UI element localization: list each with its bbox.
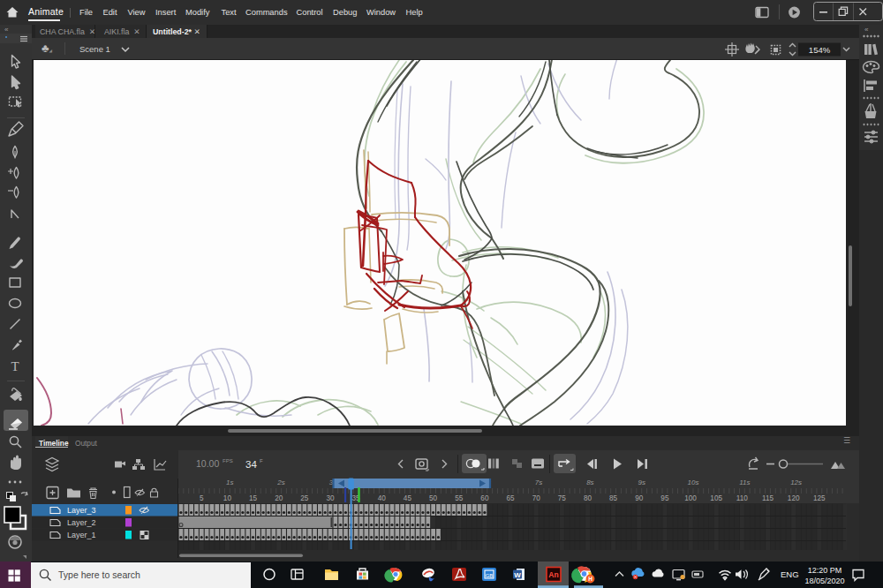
svg-text:10.00: 10.00: [196, 458, 219, 469]
svg-text:50: 50: [429, 494, 438, 502]
svg-text:40: 40: [378, 494, 387, 502]
svg-text:5: 5: [200, 494, 204, 502]
svg-text:12s: 12s: [790, 479, 802, 486]
svg-text:GB: GB: [486, 573, 494, 578]
svg-text:55: 55: [455, 494, 464, 502]
svg-text:120: 120: [788, 494, 800, 502]
svg-text:ENG: ENG: [781, 569, 799, 579]
svg-text:125: 125: [813, 494, 826, 502]
svg-text:115: 115: [762, 494, 774, 502]
svg-text:10s: 10s: [688, 479, 699, 486]
svg-text:65: 65: [506, 494, 515, 502]
svg-text:H: H: [588, 576, 592, 582]
svg-text:1s: 1s: [226, 479, 233, 486]
svg-text:W: W: [514, 571, 521, 579]
svg-text:Layer_3: Layer_3: [67, 506, 96, 515]
svg-text:F: F: [260, 458, 263, 464]
svg-text:Type here to search: Type here to search: [58, 569, 140, 580]
svg-text:100: 100: [684, 494, 697, 502]
svg-text:15: 15: [249, 494, 258, 502]
svg-text:75: 75: [558, 494, 567, 502]
svg-text:18/05/2020: 18/05/2020: [804, 577, 844, 585]
svg-text:105: 105: [710, 494, 722, 502]
svg-text:30: 30: [326, 494, 335, 502]
svg-text:7s: 7s: [535, 479, 542, 486]
svg-text:Layer_2: Layer_2: [67, 518, 96, 527]
svg-text:25: 25: [300, 494, 309, 502]
svg-text:10: 10: [223, 494, 232, 502]
svg-text:110: 110: [736, 494, 748, 502]
svg-text:8s: 8s: [586, 479, 593, 486]
svg-text:2s: 2s: [276, 479, 284, 486]
svg-text:45: 45: [404, 494, 412, 502]
svg-text:95: 95: [660, 494, 669, 502]
svg-text:34: 34: [245, 459, 257, 470]
svg-text:9s: 9s: [638, 479, 645, 486]
svg-text:85: 85: [609, 494, 618, 502]
svg-text:An: An: [548, 570, 558, 579]
svg-text:20: 20: [275, 494, 283, 502]
svg-text:60: 60: [480, 494, 489, 502]
svg-text:11s: 11s: [739, 479, 750, 486]
svg-text:Layer_1: Layer_1: [67, 531, 96, 539]
svg-text:70: 70: [532, 494, 541, 502]
svg-text:12:20 PM: 12:20 PM: [808, 566, 842, 575]
svg-text:FPS: FPS: [223, 458, 233, 464]
svg-text:90: 90: [635, 494, 644, 502]
svg-text:80: 80: [584, 494, 592, 502]
